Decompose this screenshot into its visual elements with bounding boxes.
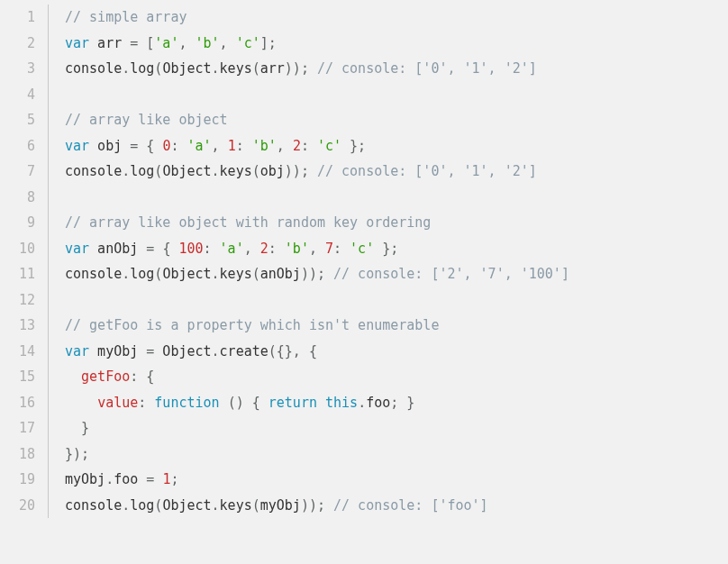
line-number: 18 [0, 441, 35, 468]
token-punct: = [146, 471, 154, 487]
line-number: 13 [0, 313, 35, 339]
token-punct: { [252, 395, 260, 411]
token-number: 100 [178, 241, 203, 257]
line-number: 15 [0, 364, 35, 390]
token-punct: ( [252, 163, 260, 179]
token-comment: // console: ['foo'] [333, 497, 488, 514]
token-ident [325, 266, 333, 282]
code-line: var arr = ['a', 'b', 'c']; [65, 31, 569, 57]
code-line: }); [65, 441, 569, 468]
line-number: 17 [0, 415, 35, 441]
token-comment: // getFoo is a property which isn't enum… [65, 317, 439, 333]
token-func: log [130, 266, 154, 282]
code-line: // getFoo is a property which isn't enum… [65, 313, 569, 339]
line-number: 20 [0, 493, 35, 519]
token-ident [244, 138, 252, 154]
token-punct: . [122, 266, 130, 282]
token-punct: = [130, 35, 138, 51]
token-punct: ({}, [268, 343, 301, 359]
token-ident: Object [162, 266, 211, 282]
token-punct: , [309, 241, 317, 257]
line-number: 12 [0, 287, 35, 314]
token-string: 'c' [317, 138, 341, 154]
token-ident [252, 241, 260, 257]
token-punct: () [228, 395, 244, 411]
token-punct: ; [170, 471, 178, 487]
token-punct: : [236, 138, 244, 154]
token-punct: , [277, 138, 285, 154]
token-punct: . [212, 60, 220, 77]
token-prop: getFoo [81, 368, 130, 385]
token-keyword: return [268, 395, 317, 411]
token-comment: // simple array [65, 9, 187, 25]
code-line: myObj.foo = 1; [65, 467, 569, 493]
token-ident: Object [162, 163, 211, 179]
token-punct: . [105, 471, 114, 487]
token-keyword: var [65, 343, 89, 359]
token-ident: myObj [89, 343, 146, 359]
token-ident [309, 60, 317, 77]
token-comment: // array like object [65, 112, 228, 128]
token-number: 1 [228, 138, 236, 154]
token-ident [309, 163, 317, 179]
token-punct: { [146, 138, 154, 154]
token-number: 2 [293, 138, 301, 154]
token-string: 'b' [196, 35, 220, 51]
token-punct: . [212, 497, 220, 514]
line-number: 16 [0, 390, 35, 416]
token-punct: . [212, 343, 220, 359]
token-ident: foo [366, 395, 390, 411]
token-prop: value [97, 395, 138, 411]
token-ident: anObj [89, 241, 146, 257]
token-punct: . [358, 395, 366, 411]
line-number: 6 [0, 133, 35, 159]
token-punct: ]; [260, 35, 277, 51]
token-punct: , [220, 35, 228, 51]
line-number: 11 [0, 261, 35, 287]
token-punct: . [122, 163, 130, 179]
token-ident [341, 138, 350, 154]
token-punct: ; [390, 395, 398, 411]
token-punct: : [138, 395, 146, 411]
line-number: 14 [0, 339, 35, 365]
token-keyword: var [65, 138, 89, 154]
token-punct: : [333, 241, 341, 257]
token-punct: ( [252, 266, 260, 282]
token-ident [138, 138, 146, 154]
line-number: 4 [0, 82, 35, 108]
code-line: var myObj = Object.create({}, { [65, 339, 569, 365]
token-ident [398, 395, 406, 411]
token-ident [212, 241, 220, 257]
code-line: var anObj = { 100: 'a', 2: 'b', 7: 'c' }… [65, 236, 569, 262]
token-punct: = [130, 138, 138, 154]
token-punct: , [244, 241, 252, 257]
token-comment: // console: ['0', '1', '2'] [317, 163, 537, 179]
token-punct: = [146, 241, 154, 257]
code-line: console.log(Object.keys(anObj)); // cons… [65, 261, 569, 287]
token-punct: : [204, 241, 212, 257]
token-punct: : [301, 138, 309, 154]
token-keyword: this [325, 395, 358, 411]
token-comment: // console: ['2', '7', '100'] [333, 266, 569, 282]
line-number: 7 [0, 159, 35, 185]
token-punct: : [130, 368, 138, 385]
token-ident [285, 138, 293, 154]
token-punct: )); [301, 497, 325, 514]
token-ident: myObj [260, 497, 301, 514]
code-line: console.log(Object.keys(myObj)); // cons… [65, 493, 569, 519]
token-punct: ( [252, 60, 260, 77]
token-string: 'a' [187, 138, 211, 154]
token-ident [317, 241, 325, 257]
token-ident [317, 395, 325, 411]
token-ident [220, 138, 228, 154]
token-punct: }; [350, 138, 366, 154]
token-punct: . [212, 266, 220, 282]
code-block: 1234567891011121314151617181920 // simpl… [0, 0, 728, 523]
code-line [65, 82, 569, 108]
token-ident [65, 368, 81, 385]
token-string: 'a' [154, 35, 178, 51]
token-number: 2 [260, 241, 268, 257]
token-ident [146, 395, 154, 411]
token-ident: console [65, 266, 122, 282]
token-ident [187, 35, 195, 51]
